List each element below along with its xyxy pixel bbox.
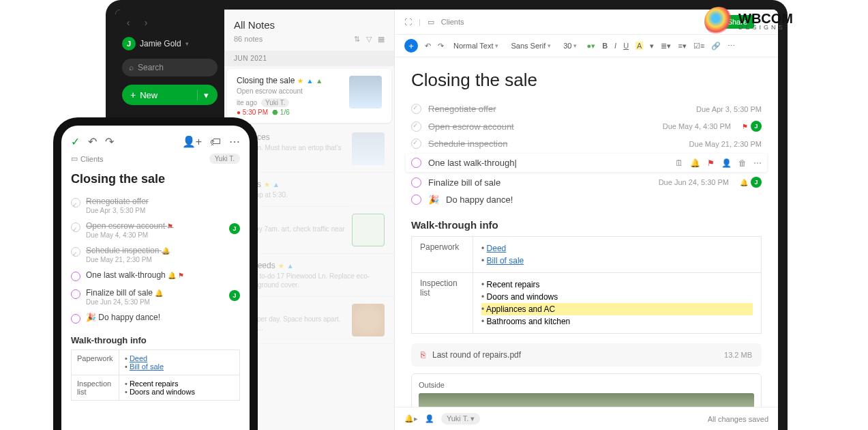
mobile-app-frame: ✓ ↶ ↷ 👤+ 🏷 ⋯ ▭ Clients Yuki T. Closing t… <box>53 117 258 430</box>
undo-icon[interactable]: ↶ <box>425 42 431 51</box>
wbcom-logo-icon <box>704 7 733 35</box>
checklist-icon[interactable]: ☑≡ <box>693 42 704 51</box>
view-icon[interactable]: ▦ <box>378 35 385 43</box>
calendar-icon[interactable]: 🗓 <box>675 158 683 168</box>
notebook-label[interactable]: Clients <box>441 18 464 26</box>
filter-icon[interactable]: ▽ <box>366 35 372 43</box>
expand-icon[interactable]: ⛶ <box>404 18 412 26</box>
task-title-input[interactable]: One last walk-through| <box>428 158 517 168</box>
task-row[interactable]: Finalize bill of sale 🔔Due Jun 24, 5:30 … <box>71 285 240 309</box>
task-checkbox[interactable] <box>411 195 421 205</box>
task-checkbox[interactable] <box>71 223 80 232</box>
italic-icon[interactable]: I <box>614 42 616 50</box>
note-list-item[interactable]: Closing the sale ★▲▲ Open escrow account… <box>227 69 391 123</box>
done-icon[interactable]: ✓ <box>71 135 80 148</box>
sort-icon[interactable]: ⇅ <box>354 35 360 43</box>
plus-icon: + <box>130 89 136 100</box>
list-item: Doors and windows <box>125 388 234 396</box>
bell-icon: 🔔 <box>155 289 163 297</box>
author-pill[interactable]: Yuki T. <box>209 154 240 164</box>
pdf-icon: ⎘ <box>421 350 425 360</box>
link-bill[interactable]: Bill of sale <box>487 256 524 266</box>
emoji-icon: 🎉 <box>428 195 439 205</box>
search-input[interactable]: ⌕ Search <box>122 59 218 76</box>
save-status: All changes saved <box>708 415 768 423</box>
redo-icon[interactable]: ↷ <box>105 135 114 148</box>
task-row[interactable]: Finalize bill of saleDue Jun 24, 5:30 PM… <box>411 173 762 191</box>
font-select[interactable]: Sans Serif <box>508 42 554 50</box>
task-checkbox[interactable] <box>71 314 80 324</box>
tag-icon[interactable]: 🔔▸ <box>404 414 418 423</box>
more-icon[interactable]: ⋯ <box>753 158 762 168</box>
info-table: Paperwork DeedBill of sale Inspection li… <box>71 349 240 401</box>
author-pill[interactable]: Yuki T. ▾ <box>441 413 480 425</box>
task-row[interactable]: Open escrow account ⚑Due May 4, 4:30 PMJ <box>71 218 240 242</box>
bold-icon[interactable]: B <box>602 42 608 50</box>
size-select[interactable]: 30 <box>560 42 580 50</box>
share-icon[interactable]: 👤+ <box>182 135 202 148</box>
link-deed[interactable]: Deed <box>487 244 507 253</box>
info-icon[interactable]: 🏷 <box>210 136 221 148</box>
insert-button[interactable]: + <box>404 39 418 53</box>
number-list-icon[interactable]: ≡▾ <box>678 42 686 51</box>
table-label: Inspection list <box>412 273 473 334</box>
list-item: Doors and windows <box>481 291 753 303</box>
task-row[interactable]: Renegotiate offerDue Apr 3, 5:30 PM <box>71 193 240 218</box>
nav-forward-icon[interactable]: › <box>140 16 152 29</box>
task-row[interactable]: Open escrow accountDue May 4, 4:30 PM⚑J <box>411 117 762 135</box>
note-title: Closing the sale <box>237 76 295 85</box>
task-checkbox[interactable] <box>411 177 421 188</box>
undo-icon[interactable]: ↶ <box>88 135 97 148</box>
photo-thumbnail[interactable] <box>419 393 754 407</box>
watermark-logo: WBCOMDESIGNS <box>704 7 793 35</box>
color-icon[interactable]: ●▾ <box>586 42 595 51</box>
flag-icon[interactable]: ⚑ <box>707 158 715 168</box>
note-list-title: All Notes <box>234 19 275 31</box>
style-select[interactable]: Normal Text <box>451 42 501 50</box>
note-title[interactable]: Closing the sale <box>71 172 240 186</box>
bullet-list-icon[interactable]: ≣▾ <box>661 42 671 51</box>
more-format-icon[interactable]: ⋯ <box>728 42 735 51</box>
link-icon[interactable]: 🔗 <box>711 42 721 51</box>
highlight-icon[interactable]: A <box>635 42 643 50</box>
task-row[interactable]: 🎉Do happy dance! <box>411 191 762 208</box>
table-label: Paperwork <box>72 350 119 375</box>
attachment-card[interactable]: ⎘ Last round of repairs.pdf 13.2 MB <box>411 343 762 367</box>
task-checkbox[interactable] <box>411 104 421 114</box>
assign-icon[interactable]: 👤 <box>721 158 732 168</box>
account-switcher[interactable]: J Jamie Gold ▾ <box>122 37 218 51</box>
note-count: 86 notes <box>234 35 263 44</box>
bell-icon: 🔔 <box>740 179 748 186</box>
task-row[interactable]: Schedule inspection 🔔Due May 21, 2:30 PM <box>71 242 240 267</box>
task-row[interactable]: Schedule inspectionDue May 21, 2:30 PM <box>411 135 762 152</box>
task-checkbox[interactable] <box>71 198 80 207</box>
new-dropdown-icon[interactable]: ▾ <box>197 90 209 100</box>
photo-card: Outside <box>411 373 762 407</box>
redo-icon[interactable]: ↷ <box>438 42 444 51</box>
task-row-editing[interactable]: One last walk-through| 🗓 🔔 ⚑ 👤 🗑 ⋯ <box>406 154 767 172</box>
link-bill[interactable]: Bill of sale <box>130 362 164 371</box>
notebook-label[interactable]: Clients <box>80 155 104 163</box>
assignee-avatar: J <box>751 177 762 188</box>
nav-back-icon[interactable]: ‹ <box>122 16 134 29</box>
task-checkbox[interactable] <box>411 121 421 132</box>
task-row[interactable]: One last walk-through 🔔 ⚑ <box>71 267 240 285</box>
task-checkbox[interactable] <box>71 289 80 299</box>
new-button[interactable]: +New ▾ <box>122 85 218 105</box>
task-checkbox[interactable] <box>411 158 421 168</box>
task-checkbox[interactable] <box>411 139 421 149</box>
note-thumbnail <box>352 132 385 165</box>
assignee-avatar: J <box>751 121 762 132</box>
bell-icon[interactable]: 🔔 <box>690 158 700 168</box>
task-row[interactable]: 🎉 Do happy dance! <box>71 309 240 327</box>
more-icon[interactable]: ⋯ <box>229 135 240 148</box>
task-checkbox[interactable] <box>71 272 80 281</box>
task-checkbox[interactable] <box>71 247 80 257</box>
editor-footer: 🔔▸ 👤 Yuki T. ▾ All changes saved <box>395 407 778 430</box>
task-row[interactable]: Renegotiate offerDue Apr 3, 5:30 PM <box>411 100 762 117</box>
note-title[interactable]: Closing the sale <box>411 70 762 91</box>
note-author-pill: Yuki T. <box>261 98 289 107</box>
delete-icon[interactable]: 🗑 <box>738 158 747 168</box>
underline-icon[interactable]: U <box>623 42 629 50</box>
link-deed[interactable]: Deed <box>130 354 147 362</box>
